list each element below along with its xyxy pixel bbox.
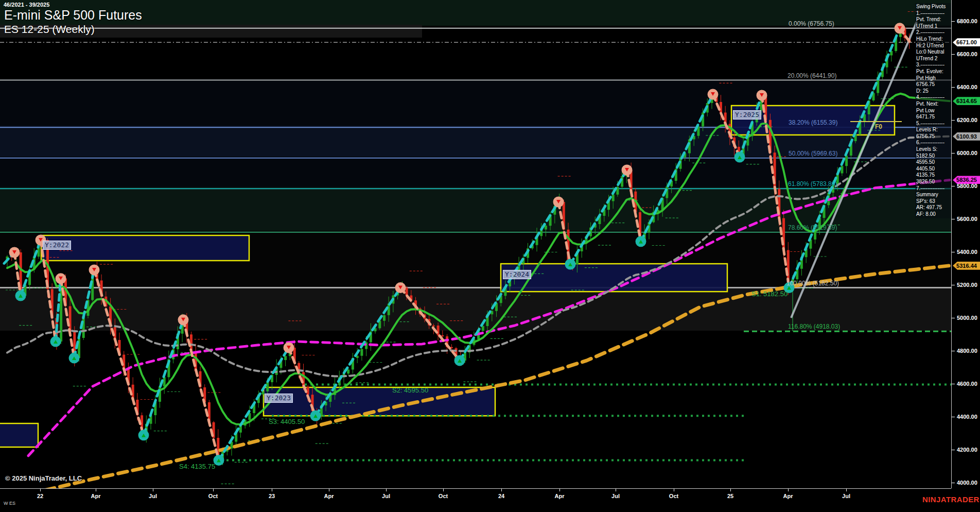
price-tick-label: 6200.00: [957, 117, 977, 123]
time-axis[interactable]: 22AprJulOct23AprJulOct24AprJulOct25AprJu…: [0, 488, 951, 512]
price-tick-label: 5400.00: [957, 249, 977, 255]
price-tick: [952, 450, 955, 450]
price-tick-label: 4800.00: [957, 348, 977, 354]
price-tick: [952, 153, 955, 153]
price-tick-label: 6400.00: [957, 84, 977, 90]
price-tick-label: 4400.00: [957, 414, 977, 420]
ninjatrader-chart-window: 46/2021 - 39/2025 E-mini S&P 500 Futures…: [0, 0, 980, 512]
time-tick-label: Oct: [669, 493, 678, 499]
price-tick-label: 6000.00: [957, 150, 977, 156]
chart-canvas[interactable]: [0, 0, 980, 512]
price-tick-label: 4000.00: [957, 480, 977, 486]
price-tick: [952, 252, 955, 252]
time-tick: [846, 489, 847, 491]
time-tick-label: Apr: [783, 493, 793, 499]
time-tick-label: Apr: [324, 493, 334, 499]
time-tick-label: Apr: [555, 493, 565, 499]
year-box-2022: [41, 235, 249, 261]
time-tick: [329, 489, 329, 491]
price-tick-label: 4200.00: [957, 447, 977, 453]
time-tick-label: Oct: [439, 493, 448, 499]
price-tick: [952, 54, 955, 55]
price-tag-6314.65: 6314.65: [953, 97, 980, 105]
time-tick: [153, 489, 153, 491]
price-tag-6671.00: 6671.00: [953, 38, 980, 46]
year-box: [0, 423, 38, 447]
price-tag-5836.25: 5836.25: [953, 176, 980, 184]
time-tick: [559, 489, 560, 491]
price-tick-label: 6800.00: [957, 18, 977, 24]
price-tag-6100.93: 6100.93: [953, 132, 980, 141]
time-tick-label: Jul: [382, 493, 390, 499]
time-tick-label: Jul: [149, 493, 157, 499]
price-tick: [952, 186, 955, 186]
time-tick: [730, 489, 731, 491]
time-tick: [96, 489, 96, 491]
price-tick: [952, 483, 955, 483]
time-tick-label: Apr: [91, 493, 101, 499]
time-tick-label: Jul: [842, 493, 850, 499]
price-tick: [952, 87, 955, 88]
time-tick: [616, 489, 616, 491]
background-bands: [0, 0, 951, 331]
price-tick: [952, 219, 955, 219]
price-tick-label: 6600.00: [957, 51, 977, 57]
time-tick: [443, 489, 444, 491]
price-tag-5316.44: 5316.44: [953, 262, 980, 270]
price-tick-label: 4600.00: [957, 381, 977, 387]
time-tick-label: 22: [37, 493, 43, 499]
time-tick: [213, 489, 214, 491]
time-tick-label: 23: [269, 493, 275, 499]
price-tick: [952, 318, 955, 318]
price-tick: [952, 21, 955, 22]
price-tick: [952, 351, 955, 351]
price-axis[interactable]: 4000.004200.004400.004600.004800.005000.…: [951, 0, 980, 488]
time-tick-label: 25: [727, 493, 733, 499]
time-tick: [788, 489, 789, 491]
time-tick: [40, 489, 41, 491]
time-tick-label: 24: [498, 493, 504, 499]
time-tick-label: Jul: [611, 493, 620, 499]
price-tick: [952, 384, 955, 384]
time-tick: [386, 489, 387, 491]
price-tick-label: 5200.00: [957, 282, 977, 288]
price-tick-label: 5600.00: [957, 216, 977, 222]
time-tick: [501, 489, 502, 491]
time-tick-label: Oct: [208, 493, 218, 499]
price-tick-label: 5000.00: [957, 315, 977, 321]
price-tick: [952, 417, 955, 417]
time-tick: [272, 489, 272, 491]
price-tick: [952, 120, 955, 121]
time-tick: [674, 489, 674, 491]
price-tick: [952, 285, 955, 285]
